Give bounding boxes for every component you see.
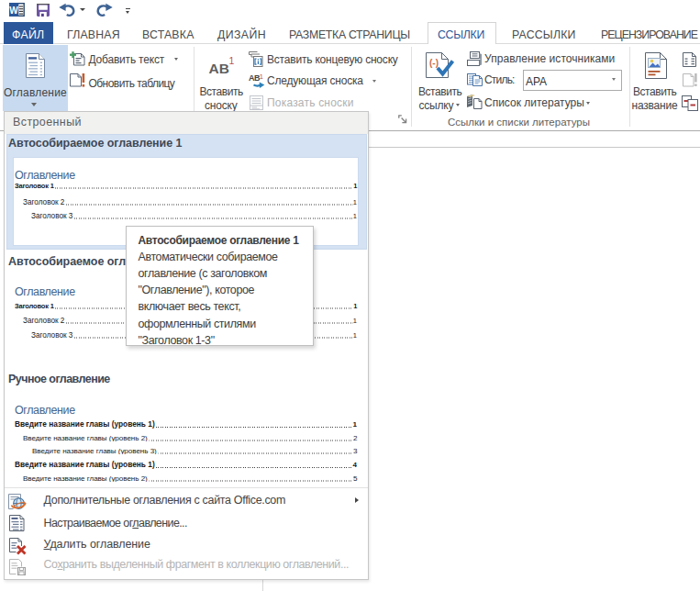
svg-text:1: 1 [260, 72, 263, 81]
svg-text:W: W [9, 6, 18, 16]
svg-text:(-): (-) [429, 58, 439, 68]
